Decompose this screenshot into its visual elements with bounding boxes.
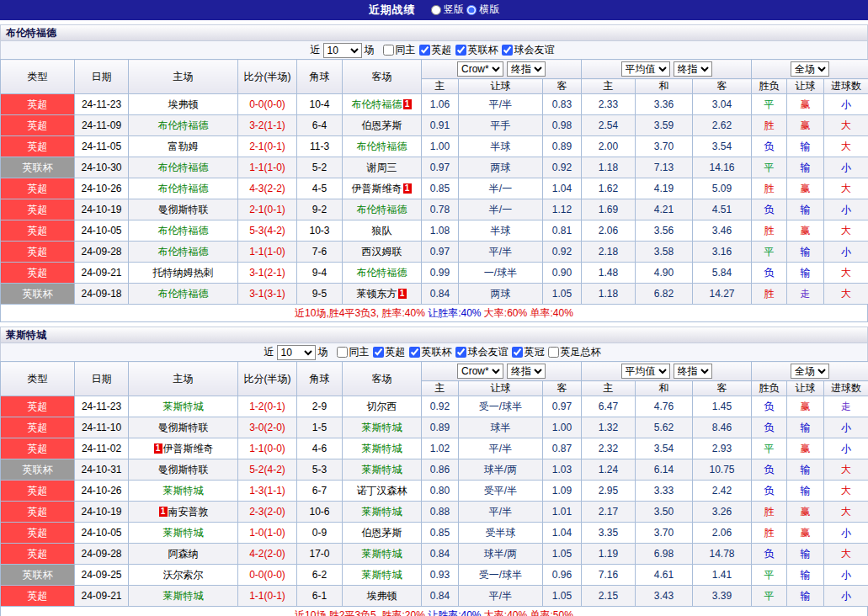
view-mode-radio[interactable] [466, 5, 477, 15]
league-type: 英超 [1, 115, 75, 136]
away-team-cell[interactable]: 1莱斯特城1 [343, 502, 422, 523]
score[interactable]: 5-3(4-2) [238, 220, 297, 242]
home-team-cell[interactable]: 1布伦特福德1 [129, 178, 238, 199]
home-team-cell[interactable]: 1莱斯特城1 [129, 396, 238, 417]
odds-period-select[interactable]: 终指 [507, 61, 546, 77]
odds-period-select[interactable]: 终指 [507, 364, 546, 379]
odds-company-select[interactable]: Crow* [457, 364, 503, 379]
home-team-cell[interactable]: 1南安普敦1 [129, 502, 238, 523]
league-filter-checkbox[interactable] [512, 347, 523, 358]
league-filter[interactable]: 球会友谊 [502, 43, 555, 57]
league-filter[interactable]: 同主 [383, 43, 416, 57]
view-mode-option[interactable]: 竖版 [431, 3, 464, 17]
away-team-cell[interactable]: 1西汉姆联1 [343, 242, 422, 263]
score[interactable]: 3-2(1-1) [238, 115, 297, 136]
league-filter-checkbox[interactable] [548, 347, 559, 358]
home-team-cell[interactable]: 1沃尔索尔1 [129, 565, 238, 586]
away-team-cell[interactable]: 1布伦特福德1 [343, 94, 422, 115]
home-team-cell[interactable]: 1埃弗顿1 [129, 94, 238, 115]
score[interactable]: 1-1(1-0) [238, 242, 297, 263]
away-team-cell[interactable]: 1莱斯特城1 [343, 544, 422, 565]
home-team-cell[interactable]: 1阿森纳1 [129, 544, 238, 565]
score[interactable]: 2-1(0-1) [238, 136, 297, 157]
away-team-cell[interactable]: 1布伦特福德1 [343, 263, 422, 284]
score[interactable]: 4-2(2-0) [238, 544, 297, 565]
league-filter-checkbox[interactable] [337, 347, 348, 358]
away-team-cell[interactable]: 1诺丁汉森林1 [343, 481, 422, 502]
away-team-cell[interactable]: 1布伦特福德1 [343, 199, 422, 220]
avg-home: 2.32 [582, 438, 636, 459]
away-team-cell[interactable]: 1莱斯特城1 [343, 459, 422, 481]
away-team-cell[interactable]: 1谢周三1 [343, 157, 422, 178]
score[interactable]: 0-0(0-0) [238, 94, 297, 115]
home-team-cell[interactable]: 1曼彻斯特联1 [129, 199, 238, 220]
average-period-select[interactable]: 终指 [674, 364, 712, 379]
away-team-cell[interactable]: 1埃弗顿1 [343, 586, 422, 607]
away-team-cell[interactable]: 1莱斯特城1 [343, 417, 422, 438]
league-filter[interactable]: 同主 [337, 345, 370, 359]
result-goals: 走 [824, 396, 868, 417]
score[interactable]: 1-1(0-1) [238, 586, 297, 607]
away-team-cell[interactable]: 1伊普斯维奇1 [343, 178, 422, 199]
league-filter[interactable]: 球会友谊 [455, 345, 509, 359]
score[interactable]: 3-1(2-1) [238, 263, 297, 284]
score[interactable]: 1-3(1-1) [238, 481, 297, 502]
away-team-cell[interactable]: 1切尔西1 [343, 396, 422, 417]
score[interactable]: 5-2(4-2) [238, 459, 297, 481]
average-select[interactable]: 平均值 [621, 61, 670, 77]
league-filter[interactable]: 英联杯 [455, 43, 498, 57]
away-team-cell[interactable]: 1莱斯特城1 [343, 438, 422, 459]
home-team-cell[interactable]: 1布伦特福德1 [129, 115, 238, 136]
home-team-cell[interactable]: 1莱斯特城1 [129, 586, 238, 607]
league-filter-checkbox[interactable] [383, 45, 394, 56]
away-team-cell[interactable]: 1莱顿东方1 [343, 284, 422, 305]
away-team-cell[interactable]: 1布伦特福德1 [343, 136, 422, 157]
view-mode-radio[interactable] [431, 5, 441, 15]
score[interactable]: 3-1(3-1) [238, 284, 297, 305]
home-team-cell[interactable]: 1曼彻斯特联1 [129, 417, 238, 438]
home-team-cell[interactable]: 1伊普斯维奇1 [129, 438, 238, 459]
average-period-select[interactable]: 终指 [674, 61, 712, 77]
home-team-cell[interactable]: 1布伦特福德1 [129, 220, 238, 242]
score[interactable]: 1-1(1-0) [238, 157, 297, 178]
home-team-cell[interactable]: 1布伦特福德1 [129, 284, 238, 305]
league-filter-checkbox[interactable] [502, 45, 513, 56]
league-filter[interactable]: 英超 [373, 345, 406, 359]
average-select[interactable]: 平均值 [621, 364, 670, 379]
home-team-cell[interactable]: 1布伦特福德1 [129, 242, 238, 263]
score[interactable]: 2-3(2-0) [238, 502, 297, 523]
away-team-cell[interactable]: 1伯恩茅斯1 [343, 523, 422, 544]
score[interactable]: 1-0(1-0) [238, 523, 297, 544]
league-filter-checkbox[interactable] [455, 45, 466, 56]
league-filter-checkbox[interactable] [419, 45, 430, 56]
away-team-cell[interactable]: 1伯恩茅斯1 [343, 115, 422, 136]
score[interactable]: 1-2(0-1) [238, 396, 297, 417]
home-team-cell[interactable]: 1曼彻斯特联1 [129, 459, 238, 481]
home-team-cell[interactable]: 1莱斯特城1 [129, 523, 238, 544]
match-count-select[interactable]: 10 [277, 345, 316, 360]
score[interactable]: 2-1(0-1) [238, 199, 297, 220]
home-team-cell[interactable]: 1富勒姆1 [129, 136, 238, 157]
score[interactable]: 1-1(0-0) [238, 438, 297, 459]
scope-select[interactable]: 全场 [791, 61, 829, 77]
league-filter[interactable]: 英超 [419, 43, 452, 57]
score[interactable]: 3-0(2-0) [238, 417, 297, 438]
league-filter[interactable]: 英足总杯 [548, 345, 601, 359]
league-filter[interactable]: 英联杯 [409, 345, 452, 359]
league-filter-checkbox[interactable] [455, 347, 466, 358]
away-team-cell[interactable]: 1狼队1 [343, 220, 422, 242]
away-team-cell[interactable]: 1莱斯特城1 [343, 565, 422, 586]
score[interactable]: 4-3(2-2) [238, 178, 297, 199]
odds-company-select[interactable]: Crow* [457, 61, 503, 77]
league-filter-checkbox[interactable] [373, 347, 384, 358]
view-mode-option[interactable]: 横版 [466, 3, 499, 17]
home-team-cell[interactable]: 1布伦特福德1 [129, 157, 238, 178]
match-row: 英超 24-11-05 1富勒姆1 2-1(0-1) 11-3 1布伦特福德1 … [1, 136, 868, 157]
score[interactable]: 0-0(0-0) [238, 565, 297, 586]
home-team-cell[interactable]: 1托特纳姆热刺1 [129, 263, 238, 284]
league-filter[interactable]: 英冠 [512, 345, 545, 359]
scope-select[interactable]: 全场 [791, 364, 829, 379]
league-filter-checkbox[interactable] [409, 347, 420, 358]
home-team-cell[interactable]: 1莱斯特城1 [129, 481, 238, 502]
match-count-select[interactable]: 10 [323, 43, 362, 58]
